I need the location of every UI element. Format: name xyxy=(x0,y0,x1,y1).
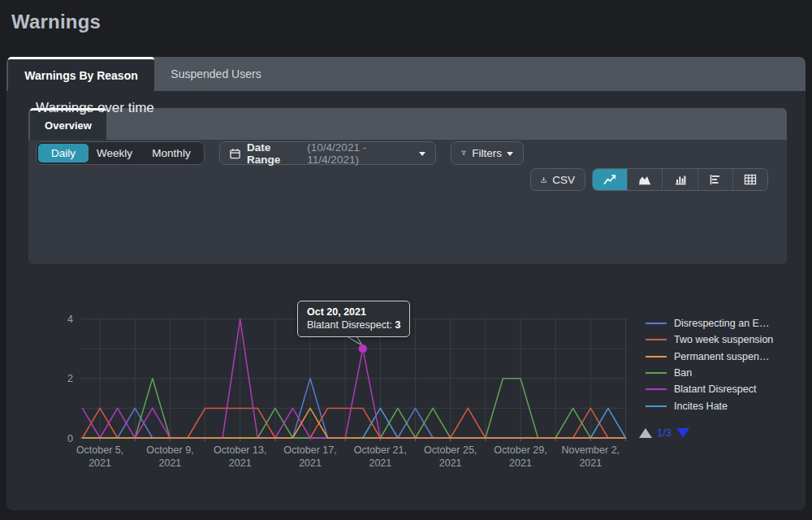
legend-swatch xyxy=(646,356,667,358)
daily-button[interactable]: Daily xyxy=(38,144,89,162)
csv-label: CSV xyxy=(552,174,575,186)
hbar-chart-icon xyxy=(709,174,722,185)
legend-swatch xyxy=(646,372,667,374)
svg-text:0: 0 xyxy=(67,433,73,444)
chart-type-group xyxy=(592,168,768,191)
legend-page-indicator: 1/3 xyxy=(657,427,672,439)
chart-type-hbar-button[interactable] xyxy=(698,169,732,190)
legend-label: Ban xyxy=(674,367,692,379)
page-up-icon[interactable] xyxy=(639,428,652,438)
legend-swatch xyxy=(646,405,667,407)
warnings-dashboard: Warnings Warnings By Reason Suspended Us… xyxy=(0,0,812,520)
caret-down-icon xyxy=(419,152,425,156)
page-title: Warnings xyxy=(11,11,101,33)
calendar-icon xyxy=(230,148,240,159)
date-range-value: (10/4/2021 - 11/4/2021) xyxy=(307,141,413,166)
chart-type-line-button[interactable] xyxy=(593,169,627,190)
legend-item[interactable]: Blatant Disrespect xyxy=(646,383,773,396)
legend-pager: 1/3 xyxy=(639,427,689,439)
tooltip-value-line: Blatant Disrespect: 3 xyxy=(307,318,400,332)
tooltip-date: Oct 20, 2021 xyxy=(307,306,400,318)
line-chart-icon xyxy=(603,174,616,185)
legend-item[interactable]: Ban xyxy=(646,366,773,379)
page-down-icon[interactable] xyxy=(676,428,689,438)
chart-legend: Disrespecting an E…Two week suspensionPe… xyxy=(646,317,773,416)
chart-title: Warnings over time xyxy=(36,100,154,116)
weekly-button[interactable]: Weekly xyxy=(89,144,140,162)
svg-text:2: 2 xyxy=(67,373,73,384)
filters-button[interactable]: Filters xyxy=(451,141,524,165)
table-icon xyxy=(744,174,757,185)
legend-label: Permanent suspen… xyxy=(674,351,769,362)
legend-label: Incites Hate xyxy=(674,401,728,412)
legend-swatch xyxy=(646,323,667,324)
csv-export-button[interactable]: CSV xyxy=(530,168,585,191)
legend-swatch xyxy=(646,388,667,390)
download-icon xyxy=(541,175,546,185)
chart-type-area-button[interactable] xyxy=(627,169,662,190)
legend-label: Disrespecting an E… xyxy=(674,318,769,329)
tab-warnings-by-reason[interactable]: Warnings By Reason xyxy=(8,57,154,91)
legend-label: Blatant Disrespect xyxy=(674,384,756,395)
legend-item[interactable]: Two week suspension xyxy=(646,333,773,346)
filters-label: Filters xyxy=(472,147,502,159)
date-range-label: Date Range xyxy=(247,141,303,166)
date-range-button[interactable]: Date Range (10/4/2021 - 11/4/2021) xyxy=(219,141,436,165)
chart-type-column-button[interactable] xyxy=(662,169,697,190)
chart-type-table-button[interactable] xyxy=(732,169,767,190)
frequency-toggle-group: Daily Weekly Monthly xyxy=(36,141,205,165)
caret-down-icon xyxy=(507,152,513,156)
area-chart-icon xyxy=(638,174,651,185)
legend-item[interactable]: Permanent suspen… xyxy=(646,350,773,363)
main-tabstrip: Warnings By Reason Suspended Users xyxy=(6,57,806,91)
legend-swatch xyxy=(646,339,667,340)
column-chart-icon xyxy=(674,174,687,185)
legend-label: Two week suspension xyxy=(674,334,773,345)
x-axis-tick-label: November 2,2021 xyxy=(538,444,643,470)
chart-tooltip: Oct 20, 2021 Blatant Disrespect: 3 xyxy=(297,301,410,337)
legend-item[interactable]: Disrespecting an E… xyxy=(646,317,773,330)
tab-suspended-users[interactable]: Suspended Users xyxy=(154,57,278,91)
monthly-button[interactable]: Monthly xyxy=(140,144,202,162)
svg-text:4: 4 xyxy=(67,314,73,325)
legend-item[interactable]: Incites Hate xyxy=(646,399,773,412)
funnel-icon xyxy=(461,148,466,158)
